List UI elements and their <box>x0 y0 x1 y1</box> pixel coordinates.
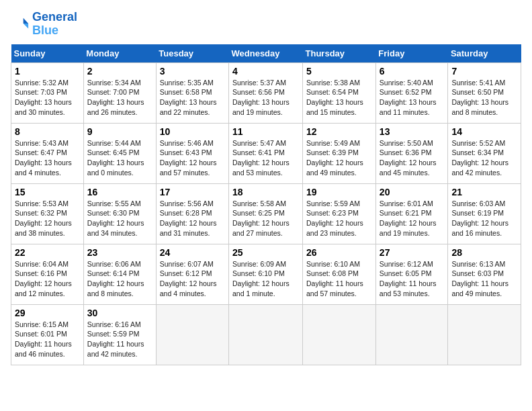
day-number: 13 <box>380 126 445 137</box>
day-info: Sunrise: 6:12 AMSunset: 6:05 PMDaylight:… <box>380 259 445 299</box>
table-row: 25Sunrise: 6:09 AMSunset: 6:10 PMDayligh… <box>229 244 303 304</box>
day-info: Sunrise: 5:50 AMSunset: 6:36 PMDaylight:… <box>380 138 445 178</box>
table-row: 23Sunrise: 6:06 AMSunset: 6:14 PMDayligh… <box>83 244 156 304</box>
table-row: 29Sunrise: 6:15 AMSunset: 6:01 PMDayligh… <box>11 304 84 365</box>
day-number: 19 <box>306 187 372 197</box>
dow-header-sunday: Sunday <box>11 44 84 63</box>
dow-header-friday: Friday <box>375 44 448 63</box>
day-info: Sunrise: 5:53 AMSunset: 6:32 PMDaylight:… <box>15 199 80 238</box>
day-info: Sunrise: 5:41 AMSunset: 6:50 PMDaylight:… <box>451 78 517 118</box>
day-number: 3 <box>160 66 225 77</box>
dow-header-monday: Monday <box>83 44 156 63</box>
day-info: Sunrise: 6:04 AMSunset: 6:16 PMDaylight:… <box>15 259 80 299</box>
day-info: Sunrise: 6:07 AMSunset: 6:12 PMDaylight:… <box>160 259 225 299</box>
table-row: 13Sunrise: 5:50 AMSunset: 6:36 PMDayligh… <box>375 123 448 183</box>
day-info: Sunrise: 5:55 AMSunset: 6:30 PMDaylight:… <box>87 199 152 238</box>
table-row: 27Sunrise: 6:12 AMSunset: 6:05 PMDayligh… <box>375 244 448 304</box>
table-row: 26Sunrise: 6:10 AMSunset: 6:08 PMDayligh… <box>303 244 376 304</box>
table-row: 12Sunrise: 5:49 AMSunset: 6:39 PMDayligh… <box>303 123 376 183</box>
day-info: Sunrise: 6:13 AMSunset: 6:03 PMDaylight:… <box>451 259 517 299</box>
dow-header-thursday: Thursday <box>303 44 376 63</box>
day-info: Sunrise: 5:46 AMSunset: 6:43 PMDaylight:… <box>160 138 225 178</box>
table-row: 15Sunrise: 5:53 AMSunset: 6:32 PMDayligh… <box>11 183 84 244</box>
day-number: 24 <box>160 247 225 258</box>
day-info: Sunrise: 5:43 AMSunset: 6:47 PMDaylight:… <box>15 138 80 178</box>
day-number: 28 <box>451 247 517 258</box>
day-info: Sunrise: 5:37 AMSunset: 6:56 PMDaylight:… <box>232 78 299 118</box>
table-row: 14Sunrise: 5:52 AMSunset: 6:34 PMDayligh… <box>448 123 521 183</box>
logo-icon <box>11 15 30 34</box>
day-number: 26 <box>306 247 372 258</box>
table-row: 24Sunrise: 6:07 AMSunset: 6:12 PMDayligh… <box>156 244 228 304</box>
calendar-table: SundayMondayTuesdayWednesdayThursdayFrid… <box>11 44 521 365</box>
day-number: 18 <box>232 187 299 197</box>
day-number: 4 <box>232 66 299 77</box>
day-number: 10 <box>160 126 225 137</box>
day-number: 1 <box>15 66 80 77</box>
table-row: 22Sunrise: 6:04 AMSunset: 6:16 PMDayligh… <box>11 244 84 304</box>
day-number: 2 <box>87 66 152 77</box>
table-row: 11Sunrise: 5:47 AMSunset: 6:41 PMDayligh… <box>229 123 303 183</box>
table-row: 7Sunrise: 5:41 AMSunset: 6:50 PMDaylight… <box>448 62 521 123</box>
table-row: 28Sunrise: 6:13 AMSunset: 6:03 PMDayligh… <box>448 244 521 304</box>
table-row: 4Sunrise: 5:37 AMSunset: 6:56 PMDaylight… <box>229 62 303 123</box>
day-number: 29 <box>15 308 80 318</box>
day-info: Sunrise: 6:16 AMSunset: 5:59 PMDaylight:… <box>87 320 152 359</box>
logo-text: General Blue <box>32 11 77 38</box>
day-info: Sunrise: 5:47 AMSunset: 6:41 PMDaylight:… <box>232 138 299 178</box>
table-row: 2Sunrise: 5:34 AMSunset: 7:00 PMDaylight… <box>83 62 156 123</box>
table-row: 1Sunrise: 5:32 AMSunset: 7:03 PMDaylight… <box>11 62 84 123</box>
day-number: 27 <box>380 247 445 258</box>
day-info: Sunrise: 6:15 AMSunset: 6:01 PMDaylight:… <box>15 320 80 359</box>
day-info: Sunrise: 6:03 AMSunset: 6:19 PMDaylight:… <box>451 199 517 238</box>
day-number: 23 <box>87 247 152 258</box>
table-row <box>156 304 228 365</box>
dow-header-wednesday: Wednesday <box>229 44 303 63</box>
day-info: Sunrise: 5:49 AMSunset: 6:39 PMDaylight:… <box>306 138 372 178</box>
day-info: Sunrise: 5:58 AMSunset: 6:25 PMDaylight:… <box>232 199 299 238</box>
day-info: Sunrise: 5:59 AMSunset: 6:23 PMDaylight:… <box>306 199 372 238</box>
table-row: 8Sunrise: 5:43 AMSunset: 6:47 PMDaylight… <box>11 123 84 183</box>
table-row: 18Sunrise: 5:58 AMSunset: 6:25 PMDayligh… <box>229 183 303 244</box>
table-row: 21Sunrise: 6:03 AMSunset: 6:19 PMDayligh… <box>448 183 521 244</box>
table-row: 3Sunrise: 5:35 AMSunset: 6:58 PMDaylight… <box>156 62 228 123</box>
table-row: 9Sunrise: 5:44 AMSunset: 6:45 PMDaylight… <box>83 123 156 183</box>
day-number: 14 <box>451 126 517 137</box>
table-row <box>448 304 521 365</box>
dow-header-saturday: Saturday <box>448 44 521 63</box>
day-info: Sunrise: 5:40 AMSunset: 6:52 PMDaylight:… <box>380 78 445 118</box>
table-row: 20Sunrise: 6:01 AMSunset: 6:21 PMDayligh… <box>375 183 448 244</box>
day-info: Sunrise: 5:34 AMSunset: 7:00 PMDaylight:… <box>87 78 152 118</box>
table-row: 5Sunrise: 5:38 AMSunset: 6:54 PMDaylight… <box>303 62 376 123</box>
day-info: Sunrise: 5:56 AMSunset: 6:28 PMDaylight:… <box>160 199 225 238</box>
day-info: Sunrise: 5:35 AMSunset: 6:58 PMDaylight:… <box>160 78 225 118</box>
day-number: 5 <box>306 66 372 77</box>
day-info: Sunrise: 6:06 AMSunset: 6:14 PMDaylight:… <box>87 259 152 299</box>
day-number: 25 <box>232 247 299 258</box>
day-number: 17 <box>160 187 225 197</box>
day-number: 21 <box>451 187 517 197</box>
table-row <box>303 304 376 365</box>
day-info: Sunrise: 5:38 AMSunset: 6:54 PMDaylight:… <box>306 78 372 118</box>
table-row <box>229 304 303 365</box>
day-number: 30 <box>87 308 152 318</box>
day-number: 22 <box>15 247 80 258</box>
day-info: Sunrise: 6:01 AMSunset: 6:21 PMDaylight:… <box>380 199 445 238</box>
table-row: 10Sunrise: 5:46 AMSunset: 6:43 PMDayligh… <box>156 123 228 183</box>
day-info: Sunrise: 5:44 AMSunset: 6:45 PMDaylight:… <box>87 138 152 178</box>
day-number: 15 <box>15 187 80 197</box>
day-info: Sunrise: 5:32 AMSunset: 7:03 PMDaylight:… <box>15 78 80 118</box>
day-info: Sunrise: 5:52 AMSunset: 6:34 PMDaylight:… <box>451 138 517 178</box>
table-row: 16Sunrise: 5:55 AMSunset: 6:30 PMDayligh… <box>83 183 156 244</box>
day-number: 8 <box>15 126 80 137</box>
table-row: 6Sunrise: 5:40 AMSunset: 6:52 PMDaylight… <box>375 62 448 123</box>
day-number: 7 <box>451 66 517 77</box>
day-number: 20 <box>380 187 445 197</box>
table-row: 19Sunrise: 5:59 AMSunset: 6:23 PMDayligh… <box>303 183 376 244</box>
day-number: 16 <box>87 187 152 197</box>
day-number: 12 <box>306 126 372 137</box>
day-number: 11 <box>232 126 299 137</box>
day-number: 9 <box>87 126 152 137</box>
logo: General Blue <box>11 11 77 38</box>
day-number: 6 <box>380 66 445 77</box>
